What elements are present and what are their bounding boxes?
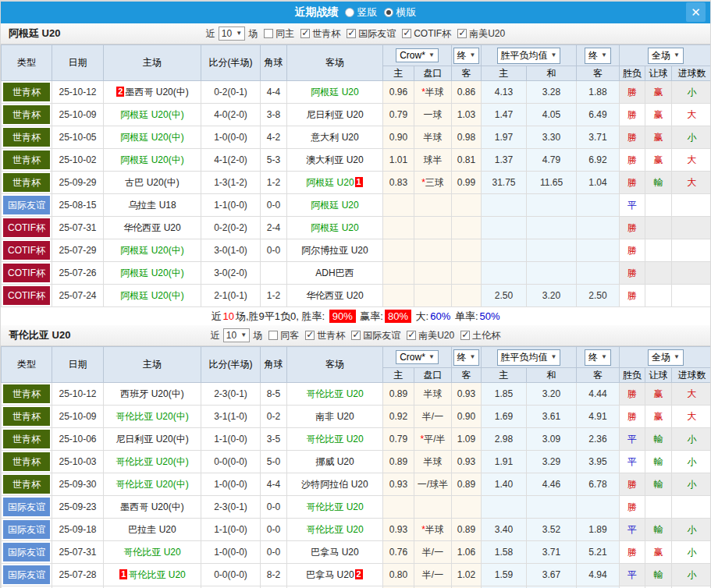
- red-card-badge: 2: [116, 87, 124, 97]
- result-goals-cell: [672, 194, 711, 217]
- comp-checkbox-friendly[interactable]: [351, 331, 361, 340]
- comp-checkbox-southamerica[interactable]: [457, 29, 467, 38]
- comp-checkbox-worldcup[interactable]: [305, 331, 315, 340]
- date-cell: 25-07-26: [52, 262, 104, 285]
- fulltime-select[interactable]: 全场▼: [648, 349, 684, 366]
- odds-provider-select[interactable]: Crow*▼: [396, 350, 439, 364]
- recent-count-select[interactable]: 10▼: [219, 27, 245, 41]
- layout-vertical-label[interactable]: 竖版: [357, 5, 378, 19]
- avg-away-odds: [577, 239, 620, 262]
- avg-final-select[interactable]: 终▼: [585, 349, 611, 366]
- away-team-cell: 尼日利亚 U20: [287, 104, 383, 126]
- odds-provider-select[interactable]: Crow*▼: [396, 48, 439, 62]
- result-text: 勝: [627, 411, 637, 422]
- avg-away-odds: 1.04: [577, 172, 620, 194]
- fulltime-group-header: 全场▼: [620, 45, 711, 66]
- comp-label[interactable]: 世青杯: [317, 329, 345, 342]
- handicap-line-cell: [414, 217, 452, 239]
- comp-label[interactable]: 国际友谊: [363, 329, 400, 342]
- match-date: 25-09-23: [59, 501, 96, 512]
- result-wdl-cell: 勝: [620, 285, 645, 307]
- comp-checkbox-friendly[interactable]: [347, 29, 356, 38]
- competition-cell: 国际友谊: [2, 541, 52, 564]
- result-wdl-cell: 勝: [620, 217, 645, 239]
- record-summary: 近10场,胜9平1负0, 胜率: 90% 赢率:80% 大:60% 单率:50%: [1, 307, 710, 325]
- comp-checkbox-toulon[interactable]: [460, 331, 470, 340]
- red-card-badge: 1: [355, 177, 363, 187]
- comp-label[interactable]: 南美U20: [469, 27, 505, 41]
- handicap-line-cell: 半/一: [414, 406, 452, 428]
- crow-final-select[interactable]: 终▼: [453, 349, 480, 366]
- result-goals-cell: 小: [672, 541, 711, 564]
- result-text: 勝: [627, 154, 637, 165]
- match-score: 2-3(0-1): [214, 501, 247, 512]
- result-text: 小: [688, 434, 697, 445]
- wdl-average-select[interactable]: 胜平负均值▼: [497, 349, 561, 366]
- handicap-line: 球半: [424, 154, 443, 165]
- corner-cell: 1-2: [261, 285, 287, 307]
- avg-value: 胜平负均值: [501, 351, 548, 364]
- competition-badge: 国际友谊: [3, 498, 50, 516]
- odds-value: 1.89: [588, 524, 606, 535]
- filters-bar: 近 10▼ 场 同客 世青杯 国际友谊 南美U20 土伦杯: [210, 328, 501, 342]
- odds-value: 3.28: [542, 87, 560, 97]
- crow-home-odds: 0.90: [383, 126, 414, 149]
- crow-final-select[interactable]: 终▼: [453, 48, 480, 64]
- comp-checkbox-worldcup[interactable]: [300, 29, 310, 38]
- competition-cell: 世青杯: [2, 149, 52, 172]
- match-date: 25-10-05: [59, 132, 96, 143]
- odds-value: 1.06: [457, 547, 475, 558]
- home-team-cell: 阿根廷 U20(中): [104, 285, 201, 307]
- score-cell: 1-0(0-0): [201, 473, 261, 496]
- result-wdl-cell: 平: [620, 564, 645, 586]
- same-venue-checkbox[interactable]: [268, 331, 278, 340]
- result-wdl-cell: 平: [620, 194, 645, 217]
- close-icon[interactable]: ✕: [686, 2, 706, 22]
- avg-away-odds: 2.36: [577, 428, 620, 451]
- competition-cell: COTIF杯: [2, 217, 52, 239]
- result-text: 赢: [654, 388, 663, 399]
- same-venue-label[interactable]: 同客: [280, 329, 299, 342]
- wdl-average-select[interactable]: 胜平负均值▼: [497, 48, 561, 64]
- crow-home-odds: 0.83: [383, 172, 414, 194]
- avg-home-odds: 1.59: [482, 564, 527, 586]
- comp-label[interactable]: COTIF杯: [414, 27, 451, 41]
- match-row: COTIF杯25-07-31华伦西亚 U200-2(0-2)2-4阿根廷 U20…: [2, 217, 711, 239]
- layout-horizontal-label[interactable]: 横版: [396, 5, 417, 19]
- home-team-name: 哥伦比亚 U20: [123, 547, 180, 558]
- comp-label[interactable]: 世青杯: [312, 27, 340, 41]
- away-team-cell: 阿根廷 U20: [287, 81, 383, 104]
- comp-checkbox-cotif[interactable]: [402, 29, 411, 38]
- home-team-cell: 阿根廷 U20(中): [104, 239, 201, 262]
- comp-label[interactable]: 国际友谊: [358, 27, 396, 41]
- odds-value: 0.79: [389, 434, 407, 445]
- crow-home-odds: 0.80: [383, 564, 414, 586]
- avg-final-select[interactable]: 终▼: [585, 48, 611, 64]
- match-row: 世青杯25-10-06尼日利亚 U20(中)1-1(0-0)3-5哥伦比亚 U2…: [2, 428, 711, 451]
- final2-group-header: 终▼: [577, 45, 620, 66]
- score-cell: 0-2(0-2): [201, 217, 261, 239]
- recent-count-select[interactable]: 10▼: [223, 328, 250, 342]
- comp-label[interactable]: 南美U20: [418, 329, 454, 342]
- handicap-line: 半球: [425, 87, 444, 97]
- result-wdl-cell: 勝: [620, 239, 645, 262]
- layout-vertical-radio[interactable]: [345, 8, 354, 17]
- same-venue-checkbox[interactable]: [264, 29, 273, 38]
- fulltime-select[interactable]: 全场▼: [648, 48, 684, 64]
- home-team-cell: 哥伦比亚 U20(中): [104, 406, 201, 428]
- odds-value: 3.95: [588, 456, 606, 467]
- away-team-name: 哥伦比亚 U20: [306, 388, 363, 399]
- corner-score: 8-5: [267, 388, 280, 399]
- over-rate-label: 大:: [416, 310, 429, 322]
- comp-label[interactable]: 土伦杯: [472, 329, 500, 342]
- same-venue-label[interactable]: 同主: [276, 27, 294, 41]
- comp-checkbox-southamerica[interactable]: [407, 331, 416, 340]
- result-text: 勝: [627, 388, 637, 399]
- result-goals-cell: 大: [672, 383, 711, 406]
- odds-value: 5.21: [588, 547, 606, 558]
- result-text: 平: [627, 456, 637, 467]
- away-team-name: 阿根廷 U20: [311, 87, 358, 97]
- result-wdl-cell: 勝: [620, 149, 645, 172]
- handicap-line-cell: 一/球半: [414, 473, 452, 496]
- layout-horizontal-radio[interactable]: [384, 8, 393, 17]
